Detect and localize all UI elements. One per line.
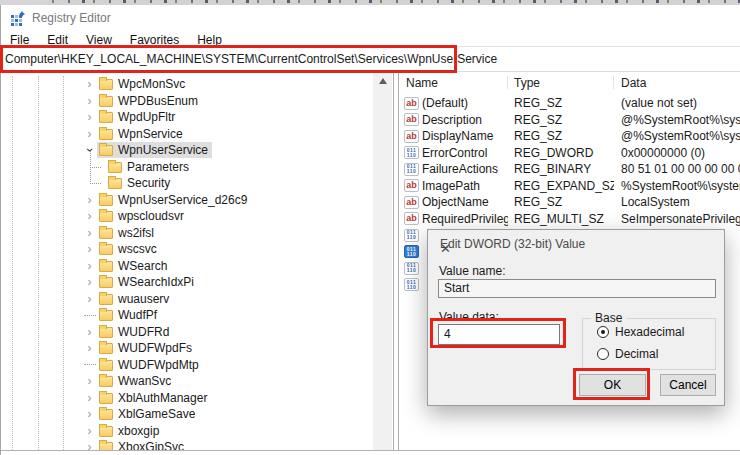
value-header: Name Type Data (400, 73, 740, 92)
value-row-RequiredPrivileges[interactable]: abRequiredPrivilegesREG_MULTI_SZSeImpers… (400, 211, 740, 228)
tree-item-WPDBusEnum[interactable]: ›WPDBusEnum (2, 93, 373, 110)
tree-item-label: XblGameSave (118, 407, 195, 421)
chevron-right-icon[interactable]: › (82, 193, 97, 207)
value-name: ObjectName (422, 195, 508, 209)
tree-item-WpnUserService[interactable]: ›WpnUserService (2, 142, 373, 159)
folder-icon (108, 178, 122, 189)
value-name: ErrorControl (422, 146, 508, 160)
dialog-title-bar[interactable]: Edit DWORD (32-bit) Value ✕ (428, 230, 724, 256)
dword-value-icon: 011110 (404, 229, 419, 242)
tree-item-WpdUpFltr[interactable]: ›WpdUpFltr (2, 109, 373, 126)
string-value-icon: ab (404, 179, 419, 192)
tree-item-wpscloudsvr[interactable]: ›wpscloudsvr (2, 208, 373, 225)
value-row-FailureActions[interactable]: 011110FailureActionsREG_BINARY80 51 01 0… (400, 161, 740, 178)
value-name: Description (422, 113, 508, 127)
chevron-right-icon[interactable]: › (82, 242, 97, 256)
tree-item-XblGameSave[interactable]: ›XblGameSave (2, 406, 373, 423)
tree-item-XboxGipSvc[interactable]: ›XboxGipSvc (2, 439, 373, 450)
chevron-right-icon[interactable]: › (82, 259, 97, 273)
radio-label: Hexadecimal (615, 325, 684, 339)
radio-hexadecimal[interactable]: Hexadecimal (597, 325, 684, 339)
chevron-right-icon[interactable]: › (82, 341, 97, 355)
value-row-Description[interactable]: abDescriptionREG_SZ@%SystemRoot%\system (400, 112, 740, 129)
value-data-input[interactable]: 4 (438, 324, 560, 345)
ok-button[interactable]: OK (579, 374, 646, 396)
value-row-(Default)[interactable]: ab(Default)REG_SZ(value not set) (400, 95, 740, 112)
folder-icon (99, 393, 113, 404)
tree-item-WudfPf[interactable]: WudfPf (2, 307, 373, 324)
column-header-data[interactable]: Data (614, 76, 740, 90)
value-row-ImagePath[interactable]: abImagePathREG_EXPAND_SZ%SystemRoot%\sys… (400, 178, 740, 195)
chevron-right-icon[interactable]: › (82, 391, 97, 405)
tree-item-WwanSvc[interactable]: ›WwanSvc (2, 373, 373, 390)
value-name: (Default) (422, 96, 508, 110)
radio-selected-icon (597, 326, 609, 338)
column-separator[interactable] (613, 76, 614, 89)
tree-item-WUDFWpdFs[interactable]: ›WUDFWpdFs (2, 340, 373, 357)
chevron-right-icon[interactable]: › (82, 110, 97, 124)
tree-item-WpcMonSvc[interactable]: ›WpcMonSvc (2, 76, 373, 93)
tree-item-WpnUserService_d26c9[interactable]: ›WpnUserService_d26c9 (2, 192, 373, 209)
value-row-DisplayName[interactable]: abDisplayNameREG_SZ@%SystemRoot%\system (400, 128, 740, 145)
dword-value-icon: 011110 (404, 262, 419, 275)
chevron-right-icon[interactable]: › (82, 325, 97, 339)
chevron-right-icon[interactable]: › (82, 407, 97, 421)
chevron-right-icon[interactable]: › (82, 209, 97, 223)
tree-item-WpnService[interactable]: ›WpnService (2, 126, 373, 143)
title-bar: Registry Editor (1, 5, 740, 31)
tree-item-WSearchIdxPi[interactable]: ›WSearchIdxPi (2, 274, 373, 291)
chevron-right-icon[interactable]: › (82, 424, 97, 438)
column-header-name[interactable]: Name (400, 76, 508, 90)
tree-item-ws2ifsl[interactable]: ›ws2ifsl (2, 225, 373, 242)
tree-item-xboxgip[interactable]: ›xboxgip (2, 423, 373, 440)
radio-decimal[interactable]: Decimal (597, 347, 658, 361)
folder-icon (99, 145, 113, 156)
column-separator[interactable] (507, 76, 508, 89)
tree-item-label: wscsvc (118, 242, 157, 256)
value-data: @%SystemRoot%\system (614, 113, 740, 127)
chevron-right-icon[interactable]: › (82, 77, 97, 91)
folder-icon (99, 96, 113, 107)
tree-item-label: WpdUpFltr (118, 110, 175, 124)
chevron-right-icon[interactable]: › (82, 127, 97, 141)
dword-value-icon: 011110 (404, 278, 419, 291)
tree-item-XblAuthManager[interactable]: ›XblAuthManager (2, 390, 373, 407)
chevron-right-icon[interactable]: › (82, 94, 97, 108)
dword-value-icon: 011110 (404, 163, 419, 176)
value-data: LocalSystem (614, 195, 740, 209)
folder-icon (99, 211, 113, 222)
radio-label: Decimal (615, 347, 658, 361)
value-name-field[interactable]: Start (438, 279, 716, 298)
address-bar[interactable]: Computer\HKEY_LOCAL_MACHINE\SYSTEM\Curre… (1, 46, 740, 72)
value-type: REG_SZ (508, 113, 614, 127)
close-icon[interactable]: ✕ (440, 235, 715, 263)
chevron-right-icon[interactable]: › (82, 226, 97, 240)
chevron-right-icon[interactable]: › (82, 292, 97, 306)
panel-splitter[interactable] (393, 73, 399, 450)
scroll-up-icon[interactable] (379, 78, 387, 84)
tree-item-label: XblAuthManager (118, 391, 207, 405)
chevron-right-icon[interactable]: › (82, 374, 97, 388)
tree-item-WUDFWpdMtp[interactable]: WUDFWpdMtp (2, 357, 373, 374)
tree-item-Security[interactable]: Security (2, 175, 373, 192)
chevron-right-icon[interactable]: › (82, 440, 97, 450)
tree-item-label: Parameters (127, 160, 189, 174)
tree-item-label: WPDBusEnum (118, 94, 198, 108)
folder-icon (99, 310, 113, 321)
tree-item-WSearch[interactable]: ›WSearch (2, 258, 373, 275)
tree-scrollbar[interactable] (373, 73, 392, 450)
chevron-right-icon[interactable]: › (82, 275, 97, 289)
tree-item-WUDFRd[interactable]: ›WUDFRd (2, 324, 373, 341)
tree-item-wuauserv[interactable]: ›wuauserv (2, 291, 373, 308)
value-row-ErrorControl[interactable]: 011110ErrorControlREG_DWORD0x00000000 (0… (400, 145, 740, 162)
tree-item-label: xboxgip (118, 424, 159, 438)
leaf-connector (82, 315, 97, 316)
tree-item-Parameters[interactable]: Parameters (2, 159, 373, 176)
column-header-type[interactable]: Type (508, 76, 614, 90)
value-row-ObjectName[interactable]: abObjectNameREG_SZLocalSystem (400, 194, 740, 211)
value-type: REG_BINARY (508, 162, 614, 176)
cancel-button[interactable]: Cancel (660, 374, 716, 396)
tree-item-wscsvc[interactable]: ›wscsvc (2, 241, 373, 258)
folder-icon (99, 244, 113, 255)
tree-item-label: wpscloudsvr (118, 209, 184, 223)
